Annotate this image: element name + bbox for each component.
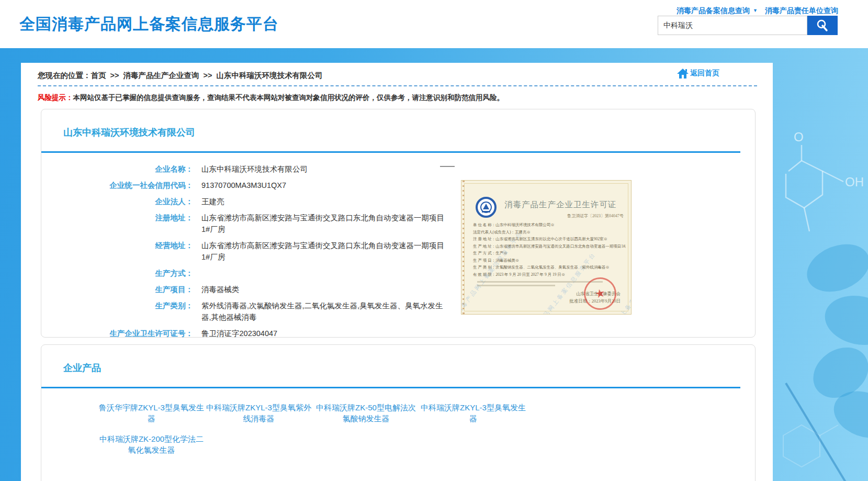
field-value: 消毒器械类 (201, 284, 445, 295)
breadcrumb-separator: >> (110, 71, 119, 80)
field-label: 企业统一社会信用代码： (41, 180, 193, 191)
page-header: 全国消毒产品网上备案信息服务平台 消毒产品备案信息查询▼消毒产品责任单位查询 (0, 0, 868, 48)
back-home-link[interactable]: 返回首页 (677, 68, 719, 79)
products-card: 企业产品 鲁沃华宇牌ZKYL-3型臭氧发生器 中科瑞沃牌ZKYL-3型臭氧紫外线… (41, 344, 756, 481)
field-row-legal-person: 企业法人： 王建亮 (41, 196, 755, 207)
field-row-license-number: 生产企业卫生许可证号： 鲁卫消证字202304047 (41, 328, 755, 339)
top-nav: 消毒产品备案信息查询▼消毒产品责任单位查询 (677, 6, 838, 16)
certificate-fineprint (477, 281, 603, 288)
chemistry-decoration: O OH (773, 48, 868, 481)
field-label: 生产方式： (41, 267, 193, 279)
certificate-line: 生 产 类 别：次氯酸钠发生器、二氧化氯发生器、臭氧发生器、紫外线消毒器※ (473, 264, 626, 271)
breadcrumb-separator: >> (203, 71, 212, 80)
field-row-business-address: 经营地址： 山东省潍坊市高新区潍安路与宝通街交叉路口东北角自动变速器一期项目1#… (41, 240, 755, 263)
breadcrumb-prefix: 您现在的位置： (38, 71, 91, 80)
nav-record-info-query[interactable]: 消毒产品备案信息查询 (677, 6, 750, 15)
products-card-title: 企业产品 (63, 362, 755, 374)
breadcrumb-home[interactable]: 首页 (91, 71, 106, 80)
official-stamp-icon: ★ (581, 274, 619, 313)
site-title: 全国消毒产品网上备案信息服务平台 (19, 14, 279, 35)
certificate-title: 消毒产品生产企业卫生许可证 (504, 199, 617, 210)
certificate-fields: 单 位 名 称：山东中科瑞沃环境技术有限公司※ 法定代表人(或负责人)：王建亮※… (473, 221, 626, 278)
title-underline (41, 387, 740, 388)
search-input[interactable] (658, 16, 807, 35)
license-certificate-image[interactable]: 全国消毒产品网上备案信息服务平台 全国消毒产品网上备案信息服务平台 全国消毒产品… (461, 180, 632, 315)
field-label: 生产类别： (41, 300, 193, 311)
company-card-title: 山东中科瑞沃环境技术有限公司 (63, 126, 755, 139)
breadcrumb: 您现在的位置：首页>>消毒产品生产企业查询>>山东中科瑞沃环境技术有限公司 (38, 71, 322, 81)
field-row-credit-code: 企业统一社会信用代码： 91370700MA3M3U1QX7 (41, 180, 755, 191)
risk-warning-label: 风险提示： (38, 94, 73, 102)
search-button[interactable] (807, 16, 838, 35)
title-underline (41, 151, 740, 153)
home-icon (677, 68, 689, 79)
field-row-company-name: 企业名称： 山东中科瑞沃环境技术有限公司 (41, 163, 755, 175)
field-row-production-category: 生产类别： 紫外线消毒器,次氯酸钠发生器,二氧化氯发生器,臭氧发生器、臭氧水发生… (41, 300, 755, 323)
field-row-registered-address: 注册地址： 山东省潍坊市高新区潍安路与宝通街交叉路口东北角自动变速器一期项目1#… (41, 212, 755, 235)
certificate-line: 生 产 项 目：消毒器械类※ (473, 257, 626, 264)
search-bar (658, 16, 838, 35)
product-link[interactable]: 鲁沃华宇牌ZKYL-3型臭氧发生器 (98, 402, 205, 424)
company-info-card: 山东中科瑞沃环境技术有限公司 企业名称： 山东中科瑞沃环境技术有限公司 企业统一… (41, 109, 756, 338)
field-row-production-project: 生产项目： 消毒器械类 (41, 284, 755, 295)
certificate-line: 法定代表人(或负责人)：王建亮※ (473, 229, 626, 236)
field-value: 鲁卫消证字202304047 (201, 328, 445, 339)
search-icon (816, 19, 829, 32)
dashed-divider (38, 85, 757, 86)
field-label: 企业法人： (41, 196, 193, 207)
field-label: 经营地址： (41, 240, 193, 251)
chevron-down-icon[interactable]: ▼ (753, 8, 758, 13)
product-link[interactable]: 中科瑞沃牌ZKYL-3型臭氧紫外线消毒器 (205, 402, 312, 424)
field-row-production-mode: 生产方式： (41, 267, 755, 279)
svg-text:O: O (794, 130, 804, 144)
breadcrumb-current: 山东中科瑞沃环境技术有限公司 (216, 71, 322, 80)
field-value: 紫外线消毒器,次氯酸钠发生器,二氧化氯发生器,臭氧发生器、臭氧水发生器,其他器械… (201, 300, 445, 323)
certificate-perforation (463, 181, 465, 314)
certificate-line: 有 效 期 限：2023 年 9 月 20 日至 2027 年 9 月 19 日… (473, 271, 626, 278)
breadcrumb-section[interactable]: 消毒产品生产企业查询 (123, 71, 199, 80)
risk-warning: 风险提示：本网站仅基于已掌握的信息提供查询服务，查询结果不代表本网站对被查询对象… (38, 93, 756, 103)
field-label: 生产企业卫生许可证号： (41, 328, 193, 339)
field-label: 生产项目： (41, 284, 193, 295)
separator-dash (440, 166, 455, 167)
field-value: 王建亮 (201, 196, 445, 207)
products-list: 鲁沃华宇牌ZKYL-3型臭氧发生器 中科瑞沃牌ZKYL-3型臭氧紫外线消毒器 中… (98, 402, 537, 465)
product-link[interactable]: 中科瑞沃牌ZK-200型化学法二氧化氯发生器 (98, 433, 205, 455)
certificate-line: 单 位 名 称：山东中科瑞沃环境技术有限公司※ (473, 221, 626, 229)
product-link[interactable]: 中科瑞沃牌ZK-50型电解法次氯酸钠发生器 (312, 402, 420, 424)
field-value: 91370700MA3M3U1QX7 (201, 180, 445, 191)
back-home-label: 返回首页 (690, 69, 719, 78)
certificate-number: 鲁卫消证字〔2023〕第04047号 (567, 213, 624, 219)
field-value: 山东省潍坊市高新区潍安路与宝通街交叉路口东北角自动变速器一期项目1#厂房 (201, 240, 445, 263)
certificate-line: 生 产 方 式：生产※ (473, 250, 626, 257)
company-fields: 企业名称： 山东中科瑞沃环境技术有限公司 企业统一社会信用代码： 9137070… (41, 163, 755, 355)
nav-responsible-unit-query[interactable]: 消毒产品责任单位查询 (765, 6, 838, 15)
national-emblem-icon (475, 196, 497, 218)
certificate-line: 注 册 地 址：山东省潍坊高新区玉清东街以北中心次干道以西高新大厦902室※ (473, 236, 626, 243)
certificate-line: 生 产 地 址：山东省潍坊市高新区潍安路与宝通街交叉路口东北角自动变速器一期项目… (473, 243, 626, 250)
field-value: 山东中科瑞沃环境技术有限公司 (201, 163, 445, 175)
svg-text:OH: OH (845, 175, 864, 189)
field-value: 山东省潍坊市高新区潍安路与宝通街交叉路口东北角自动变速器一期项目1#厂房 (201, 212, 445, 235)
product-link[interactable]: 中科瑞沃牌ZKYL-3型臭氧发生器 (420, 402, 527, 424)
risk-warning-text: 本网站仅基于已掌握的信息提供查询服务，查询结果不代表本网站对被查询对象信用状况的… (73, 94, 504, 102)
content-panel: 您现在的位置：首页>>消毒产品生产企业查询>>山东中科瑞沃环境技术有限公司 返回… (21, 63, 773, 481)
field-label: 注册地址： (41, 212, 193, 223)
field-label: 企业名称： (41, 163, 193, 175)
